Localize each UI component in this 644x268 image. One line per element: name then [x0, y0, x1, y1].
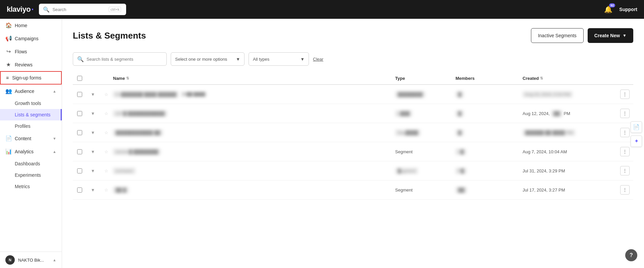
- row-name-text: ██ █: [113, 187, 129, 193]
- row-name-col: ████████████ ██: [113, 129, 395, 136]
- header-name-col: Name ⇅: [113, 76, 395, 81]
- sidebar-item-flows[interactable]: ↪ Flows: [0, 45, 62, 58]
- signup-forms-icon: ≡: [6, 75, 9, 81]
- row-type-text: L███: [395, 110, 412, 117]
- sidebar-item-label: Flows: [15, 49, 27, 54]
- row-checkbox-col: [73, 187, 86, 193]
- created-sort-icon[interactable]: ⇅: [540, 76, 543, 81]
- row-type-col: Segment: [395, 187, 455, 193]
- content-icon: 📄: [5, 135, 11, 142]
- row-type-col: Seg████: [395, 129, 455, 136]
- row-star-col[interactable]: ☆: [100, 130, 113, 135]
- row-menu-button[interactable]: ⋮: [620, 128, 630, 137]
- header-type-col: Type: [395, 76, 455, 81]
- search-input[interactable]: [52, 7, 106, 12]
- type-filter-select[interactable]: All types ▼: [249, 52, 309, 66]
- logo[interactable]: klaviyo·: [7, 5, 34, 14]
- global-search[interactable]: 🔍 ctrl+k: [39, 4, 126, 15]
- row-menu-button[interactable]: ⋮: [620, 147, 630, 156]
- options-filter-select[interactable]: Select one or more options ▼: [171, 52, 245, 66]
- chevron-up-icon: ▲: [53, 89, 56, 93]
- audience-icon: 👥: [5, 88, 11, 94]
- sparkle-fab-button[interactable]: ✦: [631, 136, 642, 147]
- row-checkbox[interactable]: [77, 149, 82, 154]
- row-star-col[interactable]: ☆: [100, 111, 113, 116]
- row-expand-col[interactable]: ▼: [86, 149, 100, 154]
- sidebar-item-growth-tools[interactable]: Growth tools: [0, 98, 62, 109]
- sidebar-bottom-account[interactable]: N NAKTO Bik... ▲: [0, 252, 62, 268]
- row-star-col[interactable]: ☆: [100, 168, 113, 173]
- dropdown-caret-icon: ▼: [623, 33, 627, 38]
- row-actions-col: ⋮: [616, 90, 633, 99]
- row-checkbox[interactable]: [77, 187, 82, 193]
- sidebar-item-lists-segments[interactable]: Lists & segments: [0, 109, 62, 120]
- search-icon: 🔍: [43, 6, 50, 13]
- row-members-text: █: [455, 91, 464, 98]
- sidebar-item-home[interactable]: 🏠 Home: [0, 19, 62, 32]
- row-members-col: 1█: [455, 149, 523, 155]
- row-checkbox[interactable]: [77, 111, 82, 116]
- sidebar-item-signup-forms[interactable]: ≡ Sign-up forms: [0, 71, 62, 85]
- sidebar-item-label: Sign-up forms: [12, 75, 41, 81]
- row-members-col: █: [455, 91, 523, 98]
- row-actions-col: ⋮: [616, 185, 633, 195]
- row-type-col: L███: [395, 110, 455, 117]
- row-star-col[interactable]: ☆: [100, 149, 113, 154]
- create-new-button[interactable]: Create New ▼: [588, 28, 633, 43]
- search-filter[interactable]: 🔍: [73, 52, 167, 66]
- row-checkbox[interactable]: [77, 130, 82, 135]
- analytics-icon: 📊: [5, 148, 11, 155]
- sidebar-item-metrics[interactable]: Metrics: [0, 181, 62, 192]
- row-menu-button[interactable]: ⋮: [620, 166, 630, 175]
- sidebar-section-content[interactable]: 📄 Content ▼: [0, 132, 62, 145]
- row-checkbox-col: [73, 111, 86, 116]
- row-star-col[interactable]: ☆: [100, 92, 113, 97]
- row-expand-col[interactable]: ▼: [86, 111, 100, 116]
- row-type-col: ████████: [395, 91, 455, 98]
- row-name-text: 15T█ ████████████: [113, 110, 167, 117]
- row-menu-button[interactable]: ⋮: [620, 109, 630, 118]
- clear-filters-button[interactable]: Clear: [313, 57, 323, 62]
- inactive-segments-button[interactable]: Inactive Segments: [531, 28, 584, 43]
- document-fab-button[interactable]: 📄: [631, 121, 642, 133]
- row-menu-button[interactable]: ⋮: [620, 185, 630, 195]
- header-created-col: Created ⇅: [523, 76, 616, 81]
- sidebar-section-label: Analytics: [15, 149, 34, 154]
- row-created-col: ██████ ██ ████ PM: [523, 129, 616, 136]
- row-created-time: ██: [551, 110, 562, 117]
- sidebar: 🏠 Home 📢 Campaigns ↪ Flows ★ Reviews ≡ S…: [0, 19, 62, 268]
- sidebar-section-analytics[interactable]: 📊 Analytics ▲: [0, 145, 62, 158]
- select-all-checkbox[interactable]: [77, 76, 82, 81]
- row-expand-col[interactable]: ▼: [86, 92, 100, 97]
- sidebar-item-profiles[interactable]: Profiles: [0, 120, 62, 132]
- options-filter-chevron-icon: ▼: [236, 57, 240, 62]
- row-star-col[interactable]: ☆: [100, 187, 113, 193]
- row-name-text: ████████████ ██: [113, 129, 163, 136]
- sidebar-item-experiments[interactable]: Experiments: [0, 169, 62, 181]
- sidebar-item-reviews[interactable]: ★ Reviews: [0, 58, 62, 71]
- sidebar-sub-label: Dashboards: [15, 161, 40, 166]
- row-checkbox[interactable]: [77, 168, 82, 173]
- row-members-text: F█: [455, 168, 467, 174]
- notifications-button[interactable]: 🔔 92: [604, 5, 612, 13]
- sidebar-item-label: Reviews: [15, 62, 33, 67]
- row-checkbox[interactable]: [77, 92, 82, 97]
- sidebar-section-audience[interactable]: 👥 Audience ▲: [0, 85, 62, 98]
- row-members-col: ██: [455, 187, 523, 193]
- help-button[interactable]: ?: [625, 249, 637, 261]
- row-name-tag: W██ ████: [181, 92, 207, 97]
- name-sort-icon[interactable]: ⇅: [126, 76, 129, 81]
- page-header: Lists & Segments Inactive Segments Creat…: [73, 28, 633, 43]
- sidebar-item-campaigns[interactable]: 📢 Campaigns: [0, 32, 62, 45]
- row-expand-col[interactable]: ▼: [86, 130, 100, 135]
- logo-mark: ·: [31, 5, 34, 14]
- support-button[interactable]: Support: [619, 7, 637, 12]
- sidebar-item-label: Campaigns: [15, 36, 39, 41]
- row-expand-col[interactable]: ▼: [86, 168, 100, 173]
- row-expand-col[interactable]: ▼: [86, 187, 100, 193]
- sidebar-item-dashboards[interactable]: Dashboards: [0, 158, 62, 169]
- row-menu-button[interactable]: ⋮: [620, 90, 630, 99]
- options-filter-label: Select one or more options: [175, 57, 227, 62]
- search-lists-input[interactable]: [87, 57, 162, 62]
- row-type-text: █ygment: [395, 168, 418, 174]
